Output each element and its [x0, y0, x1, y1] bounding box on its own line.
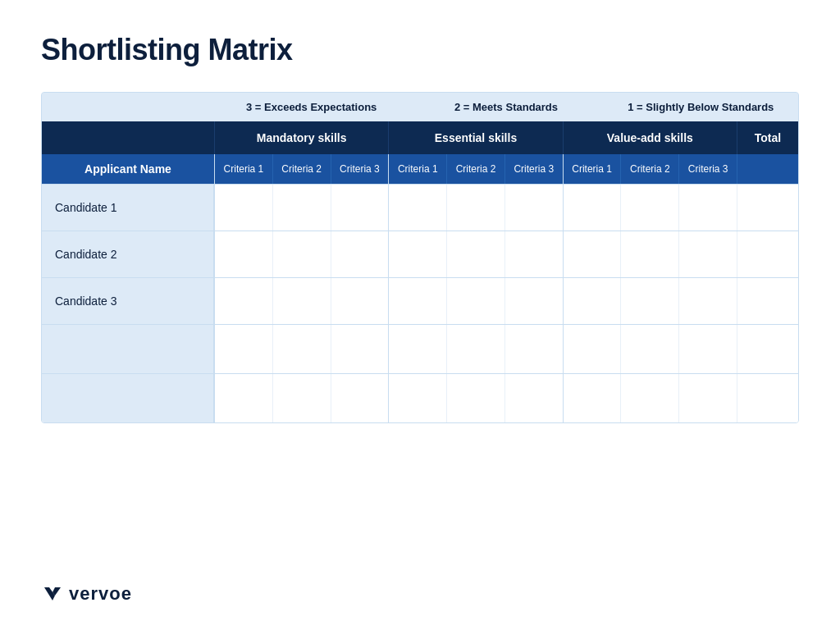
- row2-m1: [214, 231, 272, 277]
- header-total: Total: [737, 121, 798, 154]
- row2-total: [737, 231, 798, 277]
- criteria-total-cell: [737, 154, 798, 184]
- row1-m1: [214, 185, 272, 231]
- logo-area: vervoe: [41, 582, 132, 605]
- candidate-name-3: Candidate 3: [42, 278, 214, 324]
- page-title: Shortlisting Matrix: [41, 33, 799, 67]
- row2-m2: [272, 231, 331, 277]
- row2-m3: [331, 231, 389, 277]
- mandatory-criteria-3: Criteria 3: [331, 154, 389, 184]
- value-add-criteria-3: Criteria 3: [678, 154, 737, 184]
- empty-name-1: [42, 325, 214, 373]
- row3-m2: [272, 278, 331, 324]
- candidate-name-1: Candidate 1: [42, 185, 214, 231]
- value-add-criteria-2: Criteria 2: [620, 154, 678, 184]
- row3-v2: [620, 278, 678, 324]
- row2-e2: [446, 231, 504, 277]
- value-add-criteria-1: Criteria 1: [563, 154, 621, 184]
- row1-total: [737, 185, 798, 231]
- row1-v3: [678, 185, 737, 231]
- row1-e3: [504, 185, 563, 231]
- matrix-wrapper: 3 = Exceeds Expectations 2 = Meets Stand…: [41, 92, 799, 423]
- row1-v1: [563, 185, 621, 231]
- table-row-empty: [42, 324, 798, 373]
- legend-item-1: 3 = Exceeds Expectations: [214, 101, 409, 113]
- table-row: Candidate 1: [42, 184, 798, 231]
- row1-m2: [272, 185, 331, 231]
- table-row: Candidate 2: [42, 231, 798, 277]
- legend-item-2: 2 = Meets Standards: [409, 101, 603, 113]
- row3-m3: [331, 278, 389, 324]
- row2-e3: [504, 231, 563, 277]
- row2-v2: [620, 231, 678, 277]
- empty-name-2: [42, 374, 214, 422]
- header-name-spacer: [42, 121, 214, 154]
- header-essential: Essential skills: [388, 121, 562, 154]
- criteria-name-cell: Applicant Name: [42, 154, 214, 184]
- page: Shortlisting Matrix 3 = Exceeds Expectat…: [0, 0, 840, 630]
- row1-v2: [620, 185, 678, 231]
- header-mandatory: Mandatory skills: [214, 121, 388, 154]
- mandatory-criteria-2: Criteria 2: [272, 154, 331, 184]
- row3-total: [737, 278, 798, 324]
- table-row-empty: [42, 373, 798, 422]
- row1-m3: [331, 185, 389, 231]
- essential-criteria-2: Criteria 2: [446, 154, 504, 184]
- legend-row: 3 = Exceeds Expectations 2 = Meets Stand…: [42, 93, 798, 121]
- row1-e2: [446, 185, 504, 231]
- essential-criteria-1: Criteria 1: [388, 154, 446, 184]
- row3-v3: [678, 278, 737, 324]
- logo-text: vervoe: [69, 583, 132, 605]
- criteria-row: Applicant Name Criteria 1 Criteria 2 Cri…: [42, 154, 798, 184]
- table-row: Candidate 3: [42, 277, 798, 324]
- candidate-name-2: Candidate 2: [42, 231, 214, 277]
- vervoe-logo-icon: [41, 582, 64, 605]
- row2-v1: [563, 231, 621, 277]
- row3-v1: [563, 278, 621, 324]
- header-row: Mandatory skills Essential skills Value-…: [42, 121, 798, 154]
- legend-item-3: 1 = Slightly Below Standards: [604, 101, 798, 113]
- row3-m1: [214, 278, 272, 324]
- row3-e1: [388, 278, 446, 324]
- row2-v3: [678, 231, 737, 277]
- header-value-add: Value-add skills: [563, 121, 737, 154]
- row2-e1: [388, 231, 446, 277]
- essential-criteria-3: Criteria 3: [504, 154, 563, 184]
- mandatory-criteria-1: Criteria 1: [214, 154, 272, 184]
- row3-e3: [504, 278, 563, 324]
- row1-e1: [388, 185, 446, 231]
- row3-e2: [446, 278, 504, 324]
